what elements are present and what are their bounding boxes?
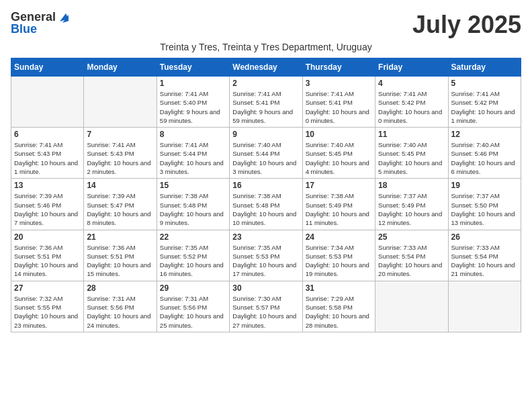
calendar-cell: 29Sunrise: 7:31 AM Sunset: 5:56 PM Dayli… <box>157 281 229 332</box>
calendar-cell: 7Sunrise: 7:41 AM Sunset: 5:43 PM Daylig… <box>84 128 157 179</box>
day-number: 24 <box>306 232 372 242</box>
day-number: 20 <box>14 232 81 242</box>
calendar-cell: 6Sunrise: 7:41 AM Sunset: 5:43 PM Daylig… <box>11 128 84 179</box>
calendar-cell <box>11 77 84 128</box>
calendar-cell: 18Sunrise: 7:37 AM Sunset: 5:49 PM Dayli… <box>375 179 448 230</box>
logo-general-text: General <box>11 11 56 23</box>
day-number: 2 <box>232 79 299 88</box>
day-info: Sunrise: 7:39 AM Sunset: 5:47 PM Dayligh… <box>87 191 153 227</box>
day-info: Sunrise: 7:37 AM Sunset: 5:49 PM Dayligh… <box>378 191 445 227</box>
day-info: Sunrise: 7:38 AM Sunset: 5:48 PM Dayligh… <box>160 191 226 227</box>
day-info: Sunrise: 7:38 AM Sunset: 5:49 PM Dayligh… <box>306 191 372 227</box>
day-info: Sunrise: 7:40 AM Sunset: 5:45 PM Dayligh… <box>306 140 372 176</box>
calendar-cell: 27Sunrise: 7:32 AM Sunset: 5:55 PM Dayli… <box>11 281 84 332</box>
calendar-header-saturday: Saturday <box>448 58 521 77</box>
day-info: Sunrise: 7:31 AM Sunset: 5:56 PM Dayligh… <box>87 294 153 330</box>
day-info: Sunrise: 7:35 AM Sunset: 5:53 PM Dayligh… <box>232 243 299 279</box>
calendar-cell <box>375 281 448 332</box>
calendar-cell: 3Sunrise: 7:41 AM Sunset: 5:41 PM Daylig… <box>302 77 375 128</box>
day-info: Sunrise: 7:33 AM Sunset: 5:54 PM Dayligh… <box>378 243 445 279</box>
day-number: 6 <box>14 130 81 139</box>
calendar-cell: 25Sunrise: 7:33 AM Sunset: 5:54 PM Dayli… <box>375 230 448 281</box>
calendar-cell: 14Sunrise: 7:39 AM Sunset: 5:47 PM Dayli… <box>84 179 157 230</box>
calendar-cell: 24Sunrise: 7:34 AM Sunset: 5:53 PM Dayli… <box>302 230 375 281</box>
day-info: Sunrise: 7:30 AM Sunset: 5:57 PM Dayligh… <box>232 294 299 330</box>
day-number: 13 <box>14 181 81 190</box>
calendar-cell: 1Sunrise: 7:41 AM Sunset: 5:40 PM Daylig… <box>157 77 229 128</box>
day-number: 23 <box>232 232 299 242</box>
day-info: Sunrise: 7:40 AM Sunset: 5:45 PM Dayligh… <box>378 140 445 176</box>
day-info: Sunrise: 7:41 AM Sunset: 5:43 PM Dayligh… <box>87 140 153 176</box>
calendar-cell: 10Sunrise: 7:40 AM Sunset: 5:45 PM Dayli… <box>302 128 375 179</box>
calendar-cell: 8Sunrise: 7:41 AM Sunset: 5:44 PM Daylig… <box>157 128 229 179</box>
calendar-cell: 22Sunrise: 7:35 AM Sunset: 5:52 PM Dayli… <box>157 230 229 281</box>
day-info: Sunrise: 7:31 AM Sunset: 5:56 PM Dayligh… <box>160 294 226 330</box>
day-number: 8 <box>160 130 226 139</box>
day-number: 7 <box>87 130 153 139</box>
calendar-header-sunday: Sunday <box>11 58 84 77</box>
day-number: 18 <box>378 181 445 190</box>
logo-icon <box>56 11 69 23</box>
calendar-header-row: SundayMondayTuesdayWednesdayThursdayFrid… <box>11 58 521 77</box>
day-info: Sunrise: 7:41 AM Sunset: 5:43 PM Dayligh… <box>14 140 81 176</box>
day-info: Sunrise: 7:41 AM Sunset: 5:40 PM Dayligh… <box>160 89 226 125</box>
calendar-cell: 31Sunrise: 7:29 AM Sunset: 5:58 PM Dayli… <box>302 281 375 332</box>
day-info: Sunrise: 7:41 AM Sunset: 5:42 PM Dayligh… <box>451 89 518 125</box>
calendar-cell <box>448 281 521 332</box>
day-number: 14 <box>87 181 153 190</box>
day-number: 11 <box>378 130 445 139</box>
day-info: Sunrise: 7:32 AM Sunset: 5:55 PM Dayligh… <box>14 294 81 330</box>
calendar-table: SundayMondayTuesdayWednesdayThursdayFrid… <box>11 58 521 332</box>
day-number: 9 <box>232 130 299 139</box>
calendar-cell: 5Sunrise: 7:41 AM Sunset: 5:42 PM Daylig… <box>448 77 521 128</box>
day-number: 3 <box>306 79 372 88</box>
calendar-week-row: 1Sunrise: 7:41 AM Sunset: 5:40 PM Daylig… <box>11 77 521 128</box>
calendar-cell: 2Sunrise: 7:41 AM Sunset: 5:41 PM Daylig… <box>230 77 302 128</box>
day-number: 27 <box>14 283 81 293</box>
day-number: 5 <box>451 79 518 88</box>
logo: General Blue <box>11 11 69 35</box>
calendar-cell: 28Sunrise: 7:31 AM Sunset: 5:56 PM Dayli… <box>84 281 157 332</box>
day-number: 22 <box>160 232 226 242</box>
calendar-header-friday: Friday <box>375 58 448 77</box>
day-info: Sunrise: 7:41 AM Sunset: 5:41 PM Dayligh… <box>232 89 299 125</box>
day-number: 1 <box>160 79 226 88</box>
day-number: 26 <box>451 232 518 242</box>
day-info: Sunrise: 7:41 AM Sunset: 5:41 PM Dayligh… <box>306 89 372 125</box>
calendar-cell: 13Sunrise: 7:39 AM Sunset: 5:46 PM Dayli… <box>11 179 84 230</box>
day-number: 15 <box>160 181 226 190</box>
day-info: Sunrise: 7:38 AM Sunset: 5:48 PM Dayligh… <box>232 191 299 227</box>
day-number: 10 <box>306 130 372 139</box>
day-info: Sunrise: 7:35 AM Sunset: 5:52 PM Dayligh… <box>160 243 226 279</box>
month-title: July 2025 <box>412 11 521 39</box>
day-info: Sunrise: 7:40 AM Sunset: 5:44 PM Dayligh… <box>232 140 299 176</box>
calendar-cell: 12Sunrise: 7:40 AM Sunset: 5:46 PM Dayli… <box>448 128 521 179</box>
calendar-week-row: 6Sunrise: 7:41 AM Sunset: 5:43 PM Daylig… <box>11 128 521 179</box>
day-number: 30 <box>232 283 299 293</box>
day-info: Sunrise: 7:33 AM Sunset: 5:54 PM Dayligh… <box>451 243 518 279</box>
day-number: 12 <box>451 130 518 139</box>
day-info: Sunrise: 7:36 AM Sunset: 5:51 PM Dayligh… <box>87 243 153 279</box>
day-info: Sunrise: 7:37 AM Sunset: 5:50 PM Dayligh… <box>451 191 518 227</box>
day-info: Sunrise: 7:36 AM Sunset: 5:51 PM Dayligh… <box>14 243 81 279</box>
calendar-cell: 4Sunrise: 7:41 AM Sunset: 5:42 PM Daylig… <box>375 77 448 128</box>
day-info: Sunrise: 7:34 AM Sunset: 5:53 PM Dayligh… <box>306 243 372 279</box>
calendar-cell <box>84 77 157 128</box>
calendar-cell: 20Sunrise: 7:36 AM Sunset: 5:51 PM Dayli… <box>11 230 84 281</box>
calendar-week-row: 13Sunrise: 7:39 AM Sunset: 5:46 PM Dayli… <box>11 179 521 230</box>
day-number: 29 <box>160 283 226 293</box>
day-number: 17 <box>306 181 372 190</box>
day-info: Sunrise: 7:39 AM Sunset: 5:46 PM Dayligh… <box>14 191 81 227</box>
calendar-cell: 23Sunrise: 7:35 AM Sunset: 5:53 PM Dayli… <box>230 230 302 281</box>
calendar-cell: 9Sunrise: 7:40 AM Sunset: 5:44 PM Daylig… <box>230 128 302 179</box>
calendar-cell: 19Sunrise: 7:37 AM Sunset: 5:50 PM Dayli… <box>448 179 521 230</box>
day-info: Sunrise: 7:41 AM Sunset: 5:42 PM Dayligh… <box>378 89 445 125</box>
calendar-cell: 17Sunrise: 7:38 AM Sunset: 5:49 PM Dayli… <box>302 179 375 230</box>
day-info: Sunrise: 7:40 AM Sunset: 5:46 PM Dayligh… <box>451 140 518 176</box>
calendar-header-wednesday: Wednesday <box>230 58 302 77</box>
calendar-cell: 15Sunrise: 7:38 AM Sunset: 5:48 PM Dayli… <box>157 179 229 230</box>
logo-blue-text: Blue <box>11 23 69 35</box>
calendar-cell: 11Sunrise: 7:40 AM Sunset: 5:45 PM Dayli… <box>375 128 448 179</box>
calendar-cell: 21Sunrise: 7:36 AM Sunset: 5:51 PM Dayli… <box>84 230 157 281</box>
calendar-header-thursday: Thursday <box>302 58 375 77</box>
